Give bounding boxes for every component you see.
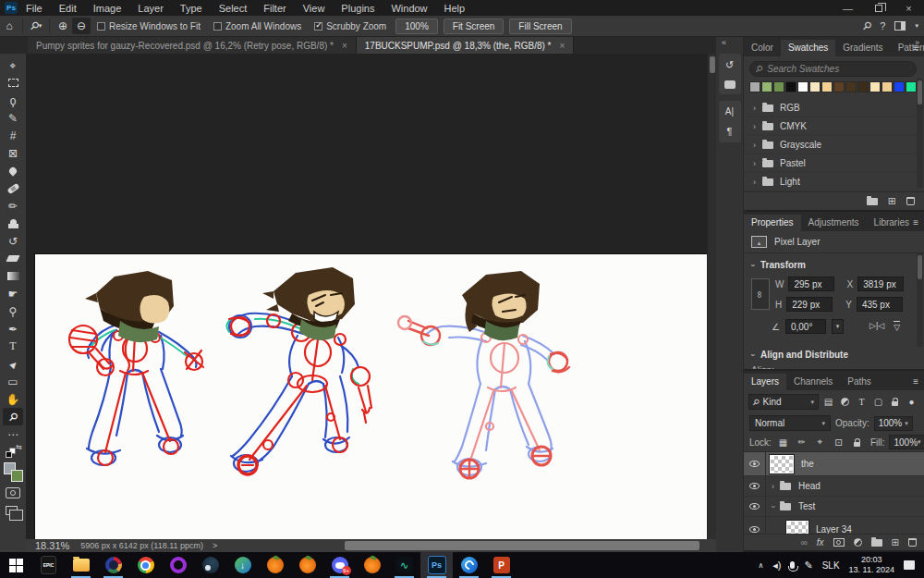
menu-type[interactable]: Type: [172, 0, 211, 16]
taskbar-discord[interactable]: 9+: [323, 552, 356, 578]
align-section-header[interactable]: › Align and Distribute: [744, 343, 924, 360]
taskbar-fl-studio-3[interactable]: [356, 552, 388, 578]
taskbar-file-explorer[interactable]: [65, 552, 97, 578]
tab-paths[interactable]: Paths: [840, 374, 879, 390]
toolbar-ellipsis[interactable]: ⋯: [3, 425, 23, 443]
height-field[interactable]: 229 px: [786, 297, 833, 312]
swatch[interactable]: [821, 81, 833, 92]
zoom-tool-icon[interactable]: ⚲▾: [27, 18, 45, 34]
filter-smart-object-icon[interactable]: [888, 395, 902, 409]
windows-ink-icon[interactable]: ✎: [804, 560, 812, 572]
search-icon[interactable]: ⚲: [859, 18, 874, 33]
width-field[interactable]: 295 px: [788, 277, 834, 291]
tray-expand-icon[interactable]: ∧: [758, 561, 763, 570]
panel-menu-icon[interactable]: ≡: [913, 43, 918, 53]
delete-layer-icon[interactable]: [908, 538, 917, 547]
layer-row-the-selected[interactable]: the: [744, 452, 924, 476]
menu-plugins[interactable]: Plugins: [333, 0, 383, 16]
healing-brush-tool[interactable]: [3, 179, 23, 197]
scrubby-zoom-checkbox[interactable]: Scrubby Zoom: [314, 21, 386, 31]
swatch-group-cmyk[interactable]: ›CMYK: [744, 117, 924, 136]
eyedropper-tool[interactable]: [3, 162, 23, 179]
background-color[interactable]: [11, 470, 23, 482]
tab-pumpy-sprites[interactable]: Pumpy sprites for gauzy-Recovered.psd @ …: [28, 37, 357, 54]
visibility-toggle[interactable]: [744, 497, 766, 516]
swatch-group-light[interactable]: ›Light: [744, 173, 924, 191]
lock-position-icon[interactable]: ⌖: [813, 436, 827, 449]
blend-mode-dropdown[interactable]: Normal▾: [749, 415, 831, 431]
new-layer-icon[interactable]: ⊞: [892, 537, 899, 547]
taskbar-paint3d[interactable]: [453, 552, 485, 578]
pen-tool[interactable]: ✒: [3, 320, 23, 338]
swap-colors-icon[interactable]: ⇆: [16, 443, 22, 451]
panel-scrollbar[interactable]: [917, 253, 923, 347]
close-tab-icon[interactable]: ×: [342, 41, 347, 51]
zoom-tool-selected[interactable]: ⚲: [3, 408, 23, 425]
link-layers-icon[interactable]: ∞: [801, 537, 808, 547]
filter-pixel-icon[interactable]: ▤: [821, 395, 835, 409]
flip-vertical-icon[interactable]: ▽: [894, 321, 900, 332]
vertical-scrollbar-thumb[interactable]: [710, 56, 715, 73]
frame-tool[interactable]: ⊠: [3, 144, 23, 162]
swatch[interactable]: [894, 81, 905, 92]
fit-screen-button[interactable]: Fit Screen: [444, 18, 505, 34]
panel-scrollbar[interactable]: [917, 79, 923, 188]
layer-row-layer34[interactable]: Layer 34: [744, 517, 924, 534]
type-tool[interactable]: T: [3, 338, 23, 355]
menu-window[interactable]: Window: [383, 0, 435, 16]
taskbar-photoshop-active[interactable]: Ps: [420, 552, 453, 578]
clock[interactable]: 20:03 13. 11. 2024: [849, 555, 894, 575]
dodge-tool[interactable]: ⚲: [3, 302, 23, 320]
path-selection-tool[interactable]: ▶: [3, 355, 23, 373]
swatch[interactable]: [869, 81, 881, 92]
flip-horizontal-icon[interactable]: ▷|◁: [869, 321, 884, 332]
marquee-tool[interactable]: [3, 74, 23, 92]
horizontal-scrollbar-thumb[interactable]: [345, 541, 699, 550]
layer-thumbnail[interactable]: [770, 455, 794, 473]
layer-thumbnail[interactable]: [786, 521, 808, 535]
crop-tool[interactable]: #: [3, 127, 23, 144]
taskbar-steam[interactable]: [194, 552, 226, 578]
swatch-group-grayscale[interactable]: ›Grayscale: [744, 136, 924, 154]
move-tool[interactable]: ⌖: [3, 56, 23, 74]
adjustment-layer-icon[interactable]: [854, 538, 862, 547]
menu-filter[interactable]: Filter: [255, 0, 294, 16]
filter-toggle-icon[interactable]: ●: [905, 395, 918, 409]
lock-transparency-icon[interactable]: ▦: [776, 436, 790, 449]
restore-button[interactable]: [863, 0, 894, 16]
workspace-icon[interactable]: [894, 21, 906, 31]
home-icon[interactable]: ⌂: [0, 18, 18, 34]
canvas-document[interactable]: [35, 254, 707, 539]
notification-center-icon[interactable]: [904, 560, 915, 570]
taskbar-powerpoint[interactable]: P: [485, 552, 517, 578]
help-icon[interactable]: ?: [880, 20, 885, 31]
lock-artboard-icon[interactable]: ⊡: [832, 436, 845, 449]
comments-panel-icon[interactable]: [724, 80, 736, 89]
zoom-100-button[interactable]: 100%: [395, 18, 438, 34]
new-swatch-icon[interactable]: ⊞: [888, 195, 896, 207]
menu-edit[interactable]: Edit: [51, 0, 85, 16]
fill-field[interactable]: 100%▾: [889, 435, 924, 449]
filter-shape-icon[interactable]: ▢: [871, 395, 885, 409]
taskbar-idm[interactable]: ↓: [226, 552, 259, 578]
swatch[interactable]: [797, 81, 808, 92]
history-panel-icon[interactable]: ↺: [725, 59, 734, 71]
zoom-level[interactable]: 18.31%: [26, 540, 69, 551]
chevron-down-icon[interactable]: ›: [769, 505, 778, 508]
smudge-tool[interactable]: ☛: [3, 285, 23, 302]
gradient-tool[interactable]: [3, 267, 23, 285]
close-tab-icon[interactable]: ×: [560, 41, 565, 51]
brush-tool[interactable]: ✏: [3, 197, 23, 215]
close-button[interactable]: ×: [894, 0, 924, 16]
eraser-tool[interactable]: [3, 250, 23, 267]
default-colors-control[interactable]: ⇆: [5, 446, 21, 458]
zoom-all-checkbox[interactable]: Zoom All Windows: [213, 21, 301, 31]
tab-17buckspump-active[interactable]: 17BUCKSPUMP.psd @ 18,3% (the, RGB/8) * ×: [357, 37, 575, 54]
tab-gradients[interactable]: Gradients: [835, 40, 890, 56]
microphone-icon[interactable]: [790, 561, 795, 569]
screen-mode-button[interactable]: [6, 506, 18, 515]
hand-tool[interactable]: ✋: [3, 390, 23, 408]
swatch[interactable]: [857, 81, 869, 92]
swatch[interactable]: [906, 81, 917, 92]
layer-row-head-group[interactable]: › Head: [744, 476, 924, 497]
